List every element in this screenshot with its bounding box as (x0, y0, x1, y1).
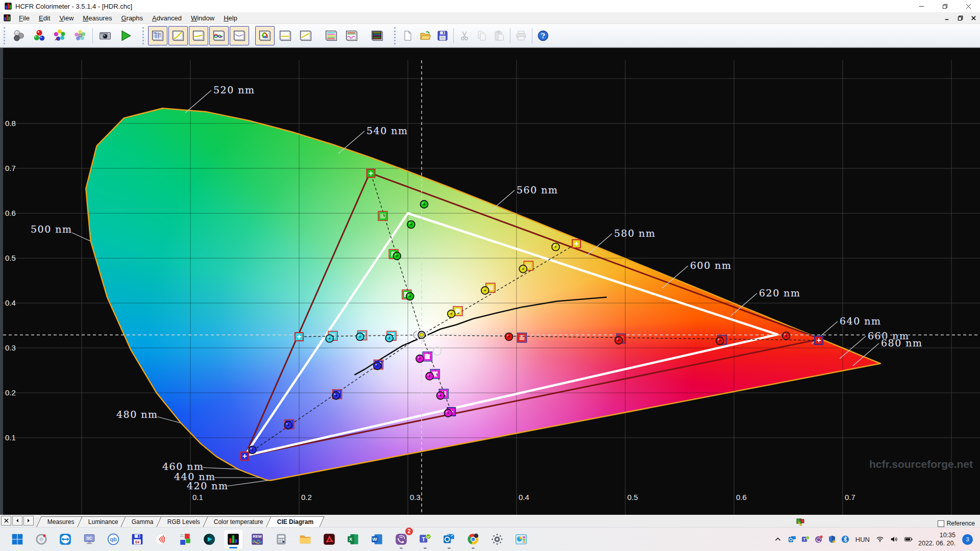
view-gamma-chart-button[interactable] (168, 26, 188, 45)
cie-diagram-view[interactable]: 420 nm440 nm460 nm480 nm500 nm520 nm540 … (0, 47, 980, 514)
minimize-button[interactable] (910, 0, 933, 12)
open-file-button[interactable] (417, 28, 433, 44)
tab-close-button[interactable] (1, 516, 11, 525)
taskbar-app-adobe-acrobat[interactable] (319, 529, 339, 549)
menu-graphs[interactable]: Graphs (116, 13, 148, 23)
taskbar-app-outlook[interactable] (439, 529, 459, 549)
save-file-button[interactable] (434, 28, 451, 44)
taskbar-app-sound-waves[interactable] (151, 529, 172, 549)
outlook-tray-icon[interactable] (788, 535, 797, 544)
taskbar-app-media-player[interactable] (199, 529, 219, 549)
taskbar-app-backup-save[interactable]: 64 (127, 529, 148, 549)
measure-point-white (433, 347, 442, 355)
cut-button[interactable] (456, 28, 473, 44)
bluetooth-tray-icon[interactable] (841, 535, 850, 544)
menu-window[interactable]: Window (186, 13, 219, 23)
reference-checkbox[interactable]: Reference (938, 520, 975, 527)
taskbar-app-color-manager[interactable] (175, 529, 195, 549)
mdi-minimize-button[interactable] (940, 13, 953, 23)
battery-icon[interactable] (904, 535, 913, 544)
tab-cie-diagram[interactable]: CIE Diagram (266, 516, 325, 527)
defender-tray-icon[interactable] (828, 535, 837, 544)
measure-point-center (450, 313, 452, 315)
measure-point-center (410, 223, 412, 226)
language-indicator[interactable]: HUN (855, 536, 870, 543)
run-measures-button[interactable] (116, 26, 135, 45)
view-rgb-levels-chart-button[interactable] (209, 26, 229, 45)
teamviewer-icon (59, 533, 72, 546)
tab-scroll-right-button[interactable] (23, 516, 34, 525)
measure-point-highlight (250, 448, 252, 449)
notification-badge[interactable]: 3 (962, 534, 973, 545)
view-chart-multi-2-button[interactable] (342, 26, 361, 45)
settings-icon (491, 533, 504, 546)
taskbar-app-teams[interactable]: T (415, 529, 435, 549)
measure-point-center (396, 255, 398, 257)
toolbar-grip[interactable] (142, 27, 146, 44)
taskbar-app-msi-center[interactable] (31, 529, 52, 549)
photos-icon (514, 533, 528, 546)
help-button[interactable]: ? (535, 28, 551, 44)
sensor-setup-button[interactable] (9, 26, 29, 45)
clock[interactable]: 10:35 2022. 06. 20. (918, 531, 955, 548)
wavelength-label: 440 nm (174, 471, 216, 482)
taskbar-app-word[interactable]: W (367, 529, 387, 549)
new-file-button[interactable] (400, 28, 416, 44)
toolbar-grip[interactable] (394, 27, 398, 44)
wifi-icon[interactable] (875, 535, 884, 544)
menu-view[interactable]: View (55, 13, 78, 23)
menu-edit[interactable]: Edit (34, 13, 55, 23)
volume-icon[interactable] (890, 535, 898, 544)
view-luminance-chart-button[interactable] (189, 26, 208, 45)
taskbar-app-file-explorer[interactable] (295, 529, 315, 549)
rew-icon: REW (251, 533, 264, 546)
view-chart-dark-button[interactable] (368, 26, 387, 45)
print-button[interactable] (513, 28, 529, 44)
view-chart-plain-2-button[interactable] (296, 26, 315, 45)
taskbar-app-rew[interactable]: REW (247, 529, 267, 549)
measure-free-button[interactable] (70, 26, 90, 45)
mdi-close-button[interactable] (967, 13, 980, 23)
measure-point-highlight (438, 393, 440, 395)
reference-checkbox-box[interactable] (938, 520, 944, 527)
menu-advanced[interactable]: Advanced (148, 13, 186, 23)
taskbar-app-chrome[interactable] (463, 529, 483, 549)
view-chart-plain-1-button[interactable] (276, 26, 295, 45)
tab-scroll-left-button[interactable] (12, 516, 22, 525)
view-chart-multi-1-button[interactable] (322, 26, 341, 45)
taskbar-app-settings[interactable] (487, 529, 507, 549)
tab-color-temperature[interactable]: Color temperature (203, 516, 274, 527)
measure-point-center (484, 290, 486, 292)
menu-file[interactable]: File (14, 13, 34, 23)
measure-point-highlight (418, 357, 419, 358)
capture-camera-button[interactable] (95, 26, 115, 45)
measure-primaries-button[interactable] (50, 26, 69, 45)
taskbar-app-hcfr-colorimeter[interactable] (223, 529, 243, 549)
toolbar-grip[interactable] (4, 27, 7, 44)
taskbar-app-teamviewer[interactable] (55, 529, 76, 549)
taskbar-app-qbittorrent[interactable]: qb (103, 529, 124, 549)
menu-measures[interactable]: Measures (78, 13, 116, 23)
paste-button[interactable] (491, 28, 507, 44)
restore-button[interactable] (933, 0, 957, 12)
view-cie-diagram-button[interactable] (255, 26, 275, 45)
taskbar-app-excel[interactable]: X (343, 529, 363, 549)
measure-grayscale-button[interactable] (30, 26, 49, 45)
measure-point-highlight (553, 245, 555, 246)
tray-expand-chevron-icon[interactable] (774, 535, 782, 544)
menu-help[interactable]: Help (219, 13, 242, 23)
copy-button[interactable] (474, 28, 490, 44)
start-button[interactable] (7, 529, 28, 549)
view-color-temp-chart-button[interactable] (230, 26, 249, 45)
viber-tray-icon[interactable] (815, 535, 823, 544)
teams-tray-icon[interactable]: T (801, 535, 810, 544)
taskbar-app-photos[interactable] (511, 529, 531, 549)
taskbar-app-viber[interactable]: 2 (391, 529, 411, 549)
measure-point-center (252, 449, 254, 451)
view-measures-table-button[interactable] (148, 26, 167, 45)
taskbar-app-screen-share[interactable]: SC (79, 529, 100, 549)
close-button[interactable] (957, 0, 980, 12)
taskbar-app-calculator[interactable] (271, 529, 291, 549)
wavelength-label: 560 nm (517, 184, 558, 195)
mdi-restore-button[interactable] (953, 13, 967, 23)
